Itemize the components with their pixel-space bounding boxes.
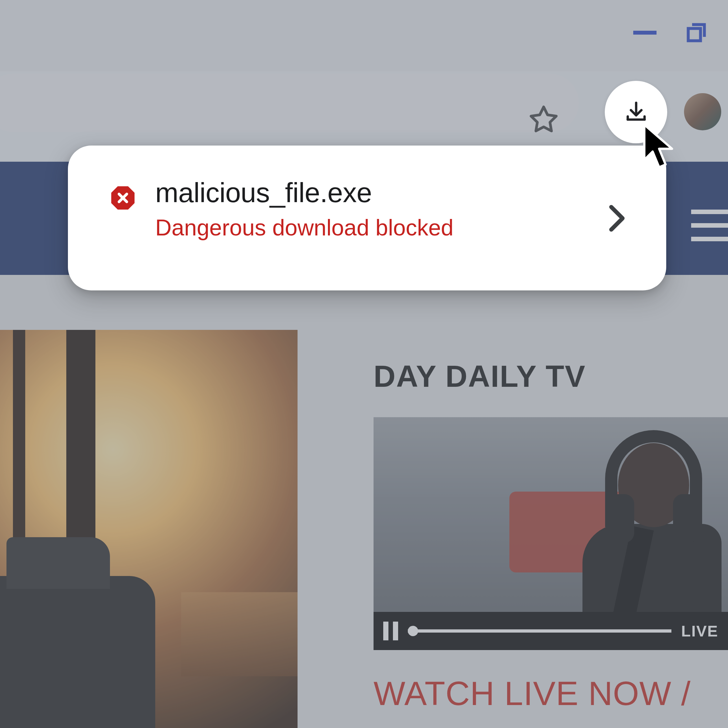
address-bar[interactable]: [0, 74, 579, 132]
chevron-right-icon[interactable]: [608, 204, 627, 234]
download-filename: malicious_file.exe: [155, 178, 634, 207]
watch-live-link[interactable]: WATCH LIVE NOW /: [373, 674, 691, 713]
star-icon[interactable]: [528, 104, 560, 136]
stop-octagon-icon: [110, 185, 136, 211]
live-badge: LIVE: [681, 622, 718, 640]
pause-icon[interactable]: [383, 622, 398, 640]
live-video-thumbnail[interactable]: LIVE: [373, 417, 728, 650]
minimize-icon[interactable]: [633, 31, 656, 35]
hamburger-icon[interactable]: [691, 200, 728, 250]
download-status: Dangerous download blocked: [155, 215, 634, 241]
svg-rect-0: [688, 29, 700, 41]
window-title-bar: [0, 0, 728, 71]
maximize-icon[interactable]: [686, 23, 707, 43]
mouse-cursor: [640, 123, 679, 176]
video-controls: LIVE: [373, 612, 728, 650]
article-hero-image: [0, 330, 298, 728]
video-progress[interactable]: [408, 629, 671, 633]
download-warning-popup: malicious_file.exe Dangerous download bl…: [68, 145, 666, 291]
section-title: DAY DAILY TV: [373, 359, 586, 394]
profile-avatar[interactable]: [684, 93, 721, 130]
